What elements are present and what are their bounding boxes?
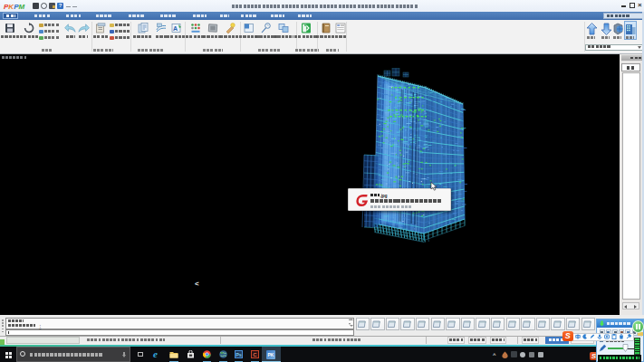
svg-text:A: A — [173, 25, 178, 32]
